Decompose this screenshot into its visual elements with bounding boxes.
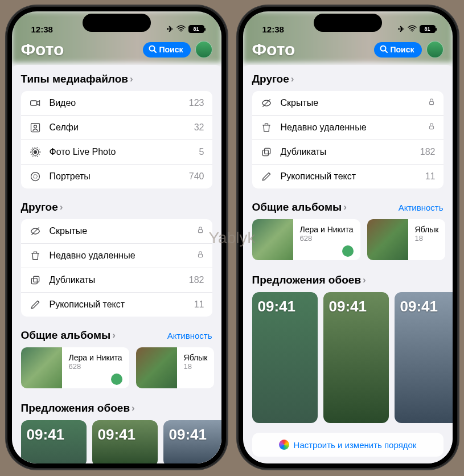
album-card[interactable]: Лера и Никита 628 <box>252 219 360 260</box>
svg-point-10 <box>33 175 37 179</box>
search-button[interactable]: Поиск <box>143 42 190 58</box>
profile-avatar[interactable] <box>426 41 444 58</box>
search-icon <box>149 45 157 55</box>
app-header: Фото Поиск <box>243 38 453 65</box>
photos-icon <box>279 440 289 450</box>
svg-rect-13 <box>198 254 202 257</box>
screen-left: 12:38 ✈︎ 81 Фото Поиск <box>12 11 221 463</box>
list-item-hidden[interactable]: Скрытые <box>252 91 444 116</box>
wallpaper-card[interactable]: 09:41 <box>252 292 318 423</box>
chevron-right-icon: › <box>132 403 135 414</box>
activity-button[interactable]: Активность <box>399 203 444 212</box>
svg-rect-4 <box>31 124 39 132</box>
handwriting-icon <box>260 171 273 182</box>
hidden-icon <box>29 225 42 237</box>
album-card[interactable]: Яблык 18 <box>136 347 215 388</box>
wallpapers-header[interactable]: Предложения обоев › <box>21 402 212 415</box>
list-item-duplicates[interactable]: Дубликаты 182 <box>252 140 444 165</box>
lock-icon <box>428 122 436 133</box>
video-icon <box>29 97 42 109</box>
customize-button[interactable]: Настроить и изменить порядок <box>252 433 444 457</box>
svg-rect-22 <box>262 150 268 156</box>
app-title: Фото <box>252 40 295 59</box>
album-thumbnail <box>367 219 408 260</box>
chevron-right-icon: › <box>60 202 63 213</box>
album-thumbnail <box>136 347 177 388</box>
other-header[interactable]: Другое › <box>252 73 444 85</box>
svg-point-16 <box>412 31 413 32</box>
wifi-icon <box>176 24 186 34</box>
profile-avatar[interactable] <box>195 41 212 58</box>
app-header: Фото Поиск <box>12 38 221 65</box>
wallpaper-card[interactable]: 09:41 <box>163 420 221 463</box>
album-thumbnail <box>21 347 62 388</box>
list-item-handwriting[interactable]: Рукописный текст 11 <box>252 165 444 188</box>
shared-albums-header: Общие альбомы › Активность <box>21 329 212 342</box>
svg-point-6 <box>34 151 36 154</box>
list-item-duplicates[interactable]: Дубликаты 182 <box>21 268 212 293</box>
chevron-right-icon: › <box>130 73 133 85</box>
album-card[interactable]: Лера и Никита 628 <box>21 347 129 388</box>
list-item-handwriting[interactable]: Рукописный текст 11 <box>21 293 212 317</box>
svg-rect-21 <box>429 126 433 129</box>
wallpaper-card[interactable]: 09:41 <box>92 420 158 463</box>
svg-rect-12 <box>198 229 202 232</box>
airplane-icon: ✈︎ <box>167 24 174 34</box>
media-types-list: Видео 123 Селфи 32 Фото Live Photo 5 Пор… <box>21 91 212 188</box>
wallpaper-card[interactable]: 09:41 <box>21 420 87 463</box>
shared-avatar <box>111 374 122 385</box>
wallpapers-header[interactable]: Предложения обоев › <box>252 274 444 286</box>
dynamic-island <box>83 14 151 32</box>
list-item-deleted[interactable]: Недавно удаленные <box>252 116 444 140</box>
list-item-deleted[interactable]: Недавно удаленные <box>21 244 212 268</box>
selfie-icon <box>29 122 42 133</box>
search-button[interactable]: Поиск <box>374 42 421 58</box>
trash-icon <box>29 250 42 261</box>
activity-button[interactable]: Активность <box>167 331 212 340</box>
livephoto-icon <box>29 146 42 158</box>
album-thumbnail <box>252 219 293 260</box>
lock-icon <box>428 98 436 108</box>
battery-icon: 81 <box>420 25 436 33</box>
airplane-icon: ✈︎ <box>398 24 405 34</box>
shared-albums-row[interactable]: Лера и Никита 628 Яблык 18 <box>21 347 212 388</box>
svg-rect-23 <box>264 148 270 154</box>
chevron-right-icon: › <box>363 274 366 286</box>
status-time: 12:38 <box>262 24 284 34</box>
chevron-right-icon: › <box>343 202 347 213</box>
status-time: 12:38 <box>31 24 53 34</box>
lock-icon <box>196 251 204 261</box>
svg-line-2 <box>154 50 157 52</box>
svg-rect-20 <box>429 101 433 104</box>
list-item-hidden[interactable]: Скрытые <box>21 219 212 244</box>
wallpaper-card[interactable]: 09:41 <box>323 292 389 423</box>
list-item-livephoto[interactable]: Фото Live Photo 5 <box>21 140 212 165</box>
app-title: Фото <box>21 40 64 59</box>
media-types-header[interactable]: Типы медиафайлов › <box>21 73 212 85</box>
list-item-selfie[interactable]: Селфи 32 <box>21 116 212 140</box>
shared-avatar <box>342 245 354 257</box>
trash-icon <box>260 122 273 133</box>
lock-icon <box>196 226 204 236</box>
wallpaper-card[interactable]: 09:41 <box>395 292 453 423</box>
dynamic-island <box>314 14 382 32</box>
svg-rect-15 <box>33 276 39 282</box>
portrait-icon <box>29 171 42 182</box>
handwriting-icon <box>29 299 42 310</box>
chevron-right-icon: › <box>291 73 294 85</box>
wifi-icon <box>408 24 417 34</box>
list-item-portraits[interactable]: Портреты 740 <box>21 165 212 188</box>
other-header[interactable]: Другое › <box>21 201 212 214</box>
wallpapers-row[interactable]: 09:41 09:41 09:41 <box>21 420 212 463</box>
svg-point-9 <box>31 173 39 181</box>
duplicates-icon <box>29 274 42 286</box>
screen-right: 12:38 ✈︎ 81 Фото Поиск <box>243 11 453 463</box>
svg-line-18 <box>385 50 388 52</box>
list-item-video[interactable]: Видео 123 <box>21 91 212 116</box>
shared-albums-row[interactable]: Лера и Никита 628 Яблык 18 <box>252 219 444 260</box>
album-card[interactable]: Яблык 18 <box>367 219 446 260</box>
phone-left: 12:38 ✈︎ 81 Фото Поиск <box>6 6 227 469</box>
phone-right: 12:38 ✈︎ 81 Фото Поиск <box>237 6 458 469</box>
wallpapers-row[interactable]: 09:41 09:41 09:41 <box>252 292 444 423</box>
other-list: Скрытые Недавно удаленные Дубликаты 182 … <box>252 91 444 188</box>
